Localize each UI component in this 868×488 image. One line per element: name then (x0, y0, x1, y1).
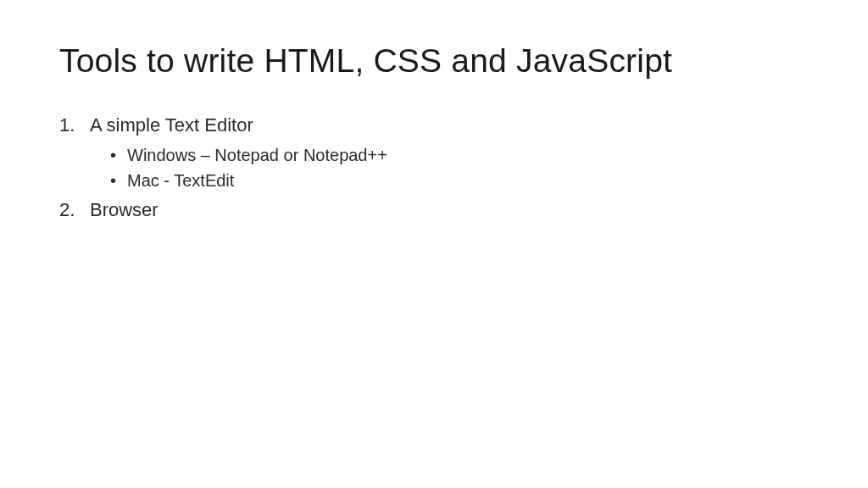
list-item: Browser (59, 197, 809, 224)
list-item: A simple Text Editor Windows – Notepad o… (59, 112, 809, 193)
sub-list-item: Mac - TextEdit (110, 168, 809, 193)
list-item-label: Browser (90, 199, 159, 220)
sub-list: Windows – Notepad or Notepad++ Mac - Tex… (90, 142, 809, 193)
sub-list-item: Windows – Notepad or Notepad++ (110, 142, 809, 168)
main-list: A simple Text Editor Windows – Notepad o… (59, 112, 809, 224)
slide-title: Tools to write HTML, CSS and JavaScript (59, 42, 809, 80)
list-item-label: A simple Text Editor (90, 114, 253, 136)
